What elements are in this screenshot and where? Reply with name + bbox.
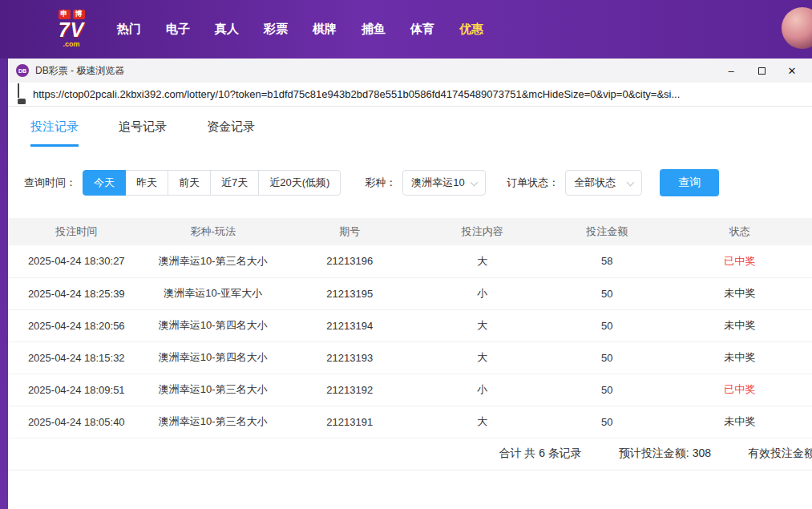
cell-status: 未中奖	[667, 309, 812, 341]
page-content: 投注记录 追号记录 资金记录 查询时间： 今天昨天前天近7天近20天(低频) 彩…	[8, 107, 812, 509]
filter-bar: 查询时间： 今天昨天前天近7天近20天(低频) 彩种： 澳洲幸运10 订单状态：…	[24, 169, 812, 196]
cell-game: 澳洲幸运10-第四名大小	[145, 341, 282, 374]
nav-item[interactable]: 电子	[166, 22, 190, 37]
column-header: 投注金额	[547, 218, 667, 245]
cell-content: 大	[418, 406, 547, 438]
cell-issue: 21213195	[281, 277, 418, 309]
close-button[interactable]: ✕	[777, 59, 807, 83]
cell-status: 已中奖	[667, 374, 812, 406]
time-filter-option[interactable]: 昨天	[125, 170, 168, 196]
cell-time: 2025-04-24 18:05:40	[8, 406, 145, 438]
lock-icon	[18, 84, 26, 104]
table-row: 2025-04-24 18:05:40澳洲幸运10-第三名大小21213191大…	[8, 406, 812, 438]
cell-time: 2025-04-24 18:09:51	[8, 374, 145, 406]
status-filter-label: 订单状态：	[507, 176, 559, 190]
nav-item[interactable]: 体育	[410, 22, 434, 37]
app-icon: DB	[16, 64, 29, 77]
cell-amount: 50	[547, 341, 667, 374]
cell-content: 大	[418, 341, 547, 374]
chevron-down-icon	[627, 179, 635, 187]
status-select-value: 全部状态	[574, 176, 616, 190]
cell-game: 澳洲幸运10-第四名大小	[145, 309, 282, 341]
nav-item[interactable]: 真人	[215, 22, 239, 37]
cell-time: 2025-04-24 18:20:56	[8, 309, 145, 341]
time-filter-label: 查询时间：	[24, 176, 76, 190]
maximize-button[interactable]	[746, 59, 777, 83]
cell-amount: 50	[547, 277, 667, 309]
table-row: 2025-04-24 18:20:56澳洲幸运10-第四名大小21213194大…	[8, 309, 812, 341]
avatar[interactable]	[782, 7, 812, 49]
cell-issue: 21213196	[281, 245, 418, 277]
window-title: DB彩票 - 极速浏览器	[35, 64, 124, 78]
time-filter-group: 今天昨天前天近7天近20天(低频)	[83, 170, 341, 196]
logo-main-text: 7V	[59, 20, 85, 40]
cell-issue: 21213193	[281, 341, 418, 374]
cell-issue: 21213191	[281, 406, 418, 438]
url-bar[interactable]: https://ctop02pcali.2kbxi392.com/lottery…	[8, 83, 812, 107]
cell-game: 澳洲幸运10-第三名大小	[145, 374, 282, 406]
maximize-icon	[758, 67, 766, 75]
summary-total: 合计 共 6 条记录	[499, 446, 581, 461]
column-header: 彩种-玩法	[145, 218, 282, 245]
time-filter-option[interactable]: 前天	[168, 170, 211, 196]
table-row: 2025-04-24 18:09:51澳洲幸运10-第三名大小21213192小…	[8, 374, 812, 406]
order-status-select[interactable]: 全部状态	[565, 170, 642, 196]
cell-content: 大	[418, 309, 547, 341]
cell-issue: 21213194	[281, 309, 418, 341]
summary-expected-amount: 预计投注金额: 308	[619, 446, 711, 461]
site-top-bar: 申 博 7V .com 热门电子真人彩票棋牌捕鱼体育优惠	[0, 0, 812, 59]
search-button[interactable]: 查询	[660, 169, 719, 196]
cell-content: 小	[418, 374, 547, 406]
logo-suffix: .com	[63, 40, 79, 49]
cell-time: 2025-04-24 18:25:39	[8, 277, 145, 309]
cell-game: 澳洲幸运10-第三名大小	[145, 245, 282, 277]
cell-amount: 50	[547, 309, 667, 341]
column-header: 投注内容	[418, 218, 547, 245]
cell-amount: 50	[547, 406, 667, 438]
cell-content: 大	[418, 245, 547, 277]
records-table: 投注时间彩种-玩法期号投注内容投注金额状态 2025-04-24 18:30:2…	[8, 218, 812, 438]
url-text[interactable]: https://ctop02pcali.2kbxi392.com/lottery…	[33, 88, 680, 100]
minimize-button[interactable]: –	[716, 59, 746, 83]
window-controls: – ✕	[716, 59, 807, 83]
main-nav: 热门电子真人彩票棋牌捕鱼体育优惠	[117, 22, 483, 37]
time-filter-option[interactable]: 近7天	[210, 170, 259, 196]
column-header: 投注时间	[8, 218, 145, 245]
tab-bet-records[interactable]: 投注记录	[30, 119, 79, 147]
cell-status: 已中奖	[667, 245, 812, 277]
tab-bar: 投注记录 追号记录 资金记录	[8, 107, 812, 147]
tab-chase-records[interactable]: 追号记录	[119, 119, 167, 147]
cell-game: 澳洲幸运10-第三名大小	[145, 406, 282, 438]
nav-item[interactable]: 棋牌	[313, 22, 337, 37]
table-header-row: 投注时间彩种-玩法期号投注内容投注金额状态	[8, 218, 812, 245]
lottery-select-value: 澳洲幸运10	[411, 176, 464, 190]
cell-time: 2025-04-24 18:15:32	[8, 341, 145, 374]
lottery-filter-label: 彩种：	[365, 176, 396, 190]
time-filter-option[interactable]: 今天	[83, 170, 126, 196]
cell-status: 未中奖	[667, 277, 812, 309]
nav-item[interactable]: 热门	[117, 22, 141, 37]
cell-content: 小	[418, 277, 547, 309]
browser-window: DB DB彩票 - 极速浏览器 – ✕ https://ctop02pcali.…	[8, 59, 812, 509]
browser-title-bar: DB DB彩票 - 极速浏览器 – ✕	[8, 59, 812, 83]
table-row: 2025-04-24 18:25:39澳洲幸运10-亚军大小21213195小5…	[8, 277, 812, 309]
cell-status: 未中奖	[667, 341, 812, 374]
column-header: 状态	[667, 218, 812, 245]
cell-game: 澳洲幸运10-亚军大小	[145, 277, 282, 309]
cell-status: 未中奖	[667, 406, 812, 438]
summary-valid-amount: 有效投注金额	[748, 446, 812, 461]
cell-time: 2025-04-24 18:30:27	[8, 245, 145, 277]
tab-fund-records[interactable]: 资金记录	[207, 119, 255, 147]
lottery-select[interactable]: 澳洲幸运10	[402, 170, 486, 196]
cell-amount: 58	[547, 245, 667, 277]
cell-amount: 50	[547, 374, 667, 406]
cell-issue: 21213192	[281, 374, 418, 406]
table-row: 2025-04-24 18:15:32澳洲幸运10-第四名大小21213193大…	[8, 341, 812, 374]
summary-bar: 合计 共 6 条记录 预计投注金额: 308 有效投注金额	[8, 438, 812, 471]
nav-item[interactable]: 彩票	[264, 22, 288, 37]
nav-item[interactable]: 捕鱼	[362, 22, 386, 37]
site-logo[interactable]: 申 博 7V .com	[46, 10, 96, 49]
nav-item[interactable]: 优惠	[459, 22, 483, 37]
time-filter-option[interactable]: 近20天(低频)	[258, 170, 341, 196]
records-body: 2025-04-24 18:30:27澳洲幸运10-第三名大小21213196大…	[8, 245, 812, 438]
